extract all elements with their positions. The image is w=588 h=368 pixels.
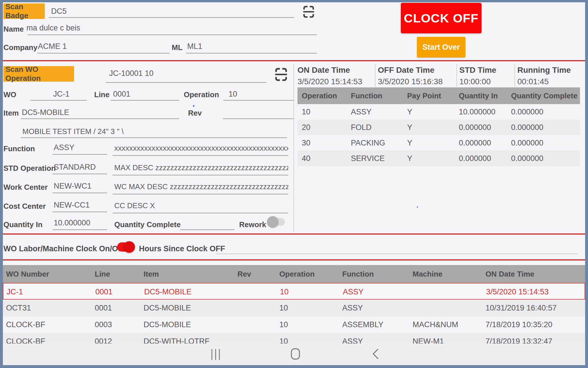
line-label: Line	[94, 90, 109, 99]
wo-header-function: Function	[342, 265, 374, 283]
operations-table-cell: SERVICE	[351, 151, 385, 166]
operations-table-row[interactable]: 40SERVICEY0.0000000.000000	[297, 151, 580, 166]
operations-table-cell: FOLD	[351, 120, 372, 135]
cursor-dot	[193, 105, 194, 107]
barcode-scan-icon[interactable]	[303, 6, 314, 18]
toggle-thumb	[267, 216, 278, 228]
app-screen: Scan Badge DC5 CLOCK OFF Start Over Name…	[0, 0, 588, 368]
wo-history-table-row[interactable]: JC-10001DC5-MOBILE10ASSY3/5/2020 15:14:5…	[3, 283, 585, 300]
recent-apps-icon[interactable]	[211, 349, 220, 360]
operations-table-row[interactable]: 20FOLDY0.0000000.000000	[297, 120, 580, 135]
wo-history-table-cell: 0001	[95, 283, 113, 300]
scan-wo-operation-label-text: Scan WO Operation	[5, 65, 74, 83]
work-center-label: Work Center	[3, 183, 48, 192]
wo-labor-machine-clock-label: WO Labor/Machine Clock On/Off	[3, 244, 123, 253]
function-description: xxxxxxxxxxxxxxxxxxxxxxxxxxxxxxxxxxxxxxxx…	[114, 144, 288, 153]
name-underline	[28, 34, 317, 35]
scan-badge-label: Scan Badge	[3, 3, 45, 19]
hours-since-clock-off-underline	[216, 254, 578, 254]
off-date-time-value: 3/5/2020 15:16:38	[378, 77, 443, 86]
scan-wo-underline	[106, 82, 266, 83]
operations-table-cell: Y	[407, 120, 412, 135]
rework-toggle[interactable]	[267, 216, 285, 228]
quantity-in-input[interactable]: 10.000000	[54, 218, 90, 227]
wo-header-operation: Operation	[279, 265, 315, 283]
clock-off-button[interactable]: CLOCK OFF	[401, 3, 481, 33]
operations-table-cell: PACKING	[351, 135, 385, 151]
column-divider	[457, 64, 457, 87]
wo-history-table-cell: 10	[280, 283, 289, 300]
line-input[interactable]: 0001	[113, 90, 130, 99]
name-input[interactable]: ma dulce c beis	[26, 24, 80, 32]
operations-table-cell: 20	[302, 120, 310, 135]
item-label: Item	[3, 109, 19, 118]
std-operation-input[interactable]: STANDARD	[54, 163, 96, 172]
operations-table-cell: 0.000000	[459, 135, 491, 151]
wo-header-rev: Rev	[237, 265, 251, 283]
start-over-button[interactable]: Start Over	[417, 37, 465, 57]
android-nav-bar	[3, 344, 585, 365]
wo-history-table-cell: 0001	[95, 300, 112, 316]
operations-table-row[interactable]: 10ASSYY10.0000000.000000	[297, 104, 580, 120]
wo-history-table-cell: NEW-M1	[413, 333, 444, 344]
operation-underline	[223, 100, 294, 101]
operations-table-cell: Y	[407, 151, 412, 166]
wo-history-table-cell: ASSY	[342, 333, 363, 344]
running-time-label: Running Time	[517, 66, 571, 75]
wo-history-table-cell: DC5-MOBILE	[144, 300, 191, 316]
company-label: Company	[3, 43, 37, 52]
wo-history-table-cell: 10	[279, 316, 288, 333]
wo-labor-machine-clock-toggle[interactable]	[117, 241, 136, 253]
operations-table-cell: Y	[407, 104, 412, 120]
operations-table-cell: 10	[302, 104, 310, 120]
std-operation-label: STD Operation	[3, 164, 56, 173]
cursor-dot	[417, 206, 418, 208]
rev-label: Rev	[188, 109, 202, 118]
wo-history-table-cell: ASSEMBLY	[342, 316, 384, 333]
quantity-complete-label: Quantity Complete	[114, 220, 181, 229]
back-icon[interactable]	[372, 348, 379, 359]
std-operation-description-underline	[113, 175, 288, 175]
wo-history-table-cell: OCT31	[6, 300, 31, 316]
ml-input[interactable]: ML1	[187, 42, 202, 51]
wo-history-table-cell: 10/31/2019 16:40:57	[486, 300, 557, 316]
wo-history-table-row[interactable]: CLOCK-BF0003DC5-MOBILE10ASSEMBLYMACH&NUM…	[3, 316, 585, 333]
function-description-underline	[113, 155, 288, 156]
screen-border	[0, 365, 588, 368]
wo-header-line: Line	[95, 265, 110, 283]
name-label: Name	[3, 25, 24, 34]
quantity-complete-underline	[180, 229, 235, 230]
function-input[interactable]: ASSY	[54, 143, 74, 152]
wo-history-table-cell: ASSY	[343, 283, 363, 300]
wo-history-table-cell: 3/5/2020 15:14:53	[486, 283, 549, 300]
barcode-scan-icon[interactable]	[275, 68, 287, 81]
scan-badge-input[interactable]: DC5	[51, 7, 67, 16]
item-description: MOBILE TEST ITEM / 24" 3 " \	[22, 127, 124, 136]
home-icon[interactable]	[291, 348, 300, 360]
off-date-time-label: OFF Date Time	[378, 66, 434, 75]
wo-history-table-row[interactable]: CLOCK-BF0012DC5-WITH-LOTRF10ASSYNEW-M17/…	[3, 333, 585, 344]
company-underline	[37, 53, 169, 53]
wo-history-table-cell: DC5-WITH-LOTRF	[144, 333, 209, 344]
wo-history-table-header: WO Number Line Item Rev Operation Functi…	[3, 265, 585, 283]
work-center-input[interactable]: NEW-WC1	[54, 182, 92, 191]
wo-history-table-cell: MACH&NUM	[413, 316, 458, 333]
operations-table-cell: 10.000000	[459, 104, 496, 120]
std-operation-underline	[53, 174, 107, 174]
operations-header-operation: Operation	[302, 87, 337, 104]
wo-history-table-row[interactable]: OCT310001DC5-MOBILE10ASSY10/31/2019 16:4…	[3, 300, 585, 316]
cost-center-input[interactable]: NEW-CC1	[54, 201, 90, 210]
line-underline	[111, 100, 179, 101]
wo-input[interactable]: JC-1	[53, 90, 69, 99]
operation-input[interactable]: 10	[229, 90, 237, 99]
operations-table-cell: 0.000000	[511, 135, 543, 151]
operations-table-cell: ASSY	[351, 104, 372, 120]
company-input[interactable]: ACME 1	[38, 42, 67, 51]
item-input[interactable]: DC5-MOBILE	[22, 108, 69, 117]
scan-wo-operation-input[interactable]: JC-10001 10	[109, 69, 154, 78]
ml-label: ML	[172, 43, 183, 52]
column-divider	[514, 64, 515, 87]
operations-table-row[interactable]: 30PACKINGY0.0000000.000000	[297, 135, 580, 151]
rework-label: Rework	[239, 220, 266, 229]
wo-history-table-cell: CLOCK-BF	[6, 316, 45, 333]
